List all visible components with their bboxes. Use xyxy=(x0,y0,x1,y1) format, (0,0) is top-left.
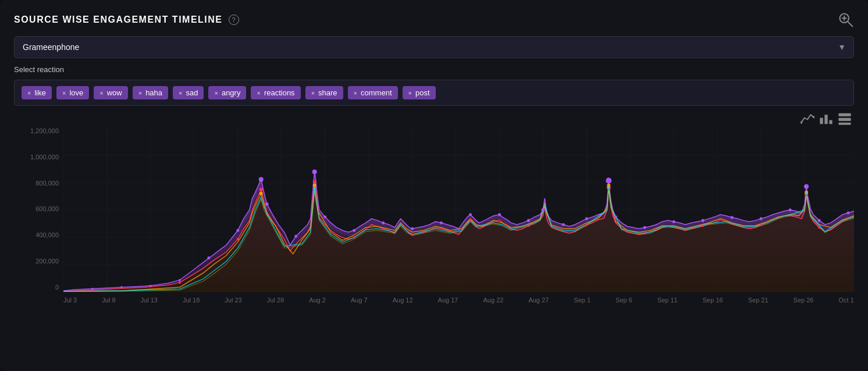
stack-icon[interactable] xyxy=(838,112,852,126)
tag-love[interactable]: × love xyxy=(56,86,89,99)
dropdown-wrapper: Grameenphone ▼ xyxy=(14,36,854,58)
x-label-sep11: Sep 11 xyxy=(657,297,678,304)
reaction-label: Select reaction xyxy=(14,65,854,74)
svg-rect-10 xyxy=(838,118,851,121)
x-label-jul23: Jul 23 xyxy=(225,297,241,304)
svg-point-87 xyxy=(643,232,646,234)
svg-point-89 xyxy=(760,223,762,226)
x-label-jul18: Jul 18 xyxy=(183,297,200,304)
svg-point-74 xyxy=(760,217,763,220)
y-label-200000: 200,000 xyxy=(35,258,59,265)
svg-point-77 xyxy=(847,212,850,215)
y-label-0: 0 xyxy=(55,284,59,291)
tag-reactions-close[interactable]: × xyxy=(257,90,260,97)
tag-sad-close[interactable]: × xyxy=(179,90,182,97)
x-label-aug7: Aug 7 xyxy=(351,297,368,304)
tag-post-label: post xyxy=(415,88,430,97)
y-label-800000: 800,000 xyxy=(35,180,59,187)
tag-post[interactable]: × post xyxy=(403,86,436,99)
svg-rect-8 xyxy=(829,120,832,124)
svg-point-58 xyxy=(323,216,326,219)
x-label-aug12: Aug 12 xyxy=(393,297,413,304)
tag-share-close[interactable]: × xyxy=(311,90,315,97)
y-axis: 1,200,000 1,000,000 800,000 600,000 400,… xyxy=(14,128,63,291)
x-label-sep21: Sep 21 xyxy=(748,297,769,304)
source-dropdown[interactable]: Grameenphone xyxy=(14,36,854,58)
x-label-jul28: Jul 28 xyxy=(267,297,284,304)
svg-point-54 xyxy=(207,256,210,259)
x-label-sep1: Sep 1 xyxy=(574,297,590,304)
tag-comment[interactable]: × comment xyxy=(348,86,398,99)
svg-point-62 xyxy=(440,222,443,224)
tag-comment-close[interactable]: × xyxy=(354,90,357,97)
svg-rect-6 xyxy=(820,118,823,124)
title-group: SOURCE WISE ENGAGEMENT TIMELINE ? xyxy=(14,15,239,25)
dropdown-row: Grameenphone ▼ xyxy=(14,36,854,58)
x-label-aug22: Aug 22 xyxy=(483,297,504,304)
svg-point-82 xyxy=(353,236,355,238)
tag-wow[interactable]: × wow xyxy=(94,86,127,99)
svg-point-83 xyxy=(411,233,414,236)
svg-chart xyxy=(63,128,854,292)
line-chart-icon[interactable] xyxy=(801,112,814,126)
svg-point-79 xyxy=(179,281,181,284)
svg-point-55 xyxy=(236,229,239,232)
tag-wow-close[interactable]: × xyxy=(99,90,103,97)
x-label-aug2: Aug 2 xyxy=(309,297,326,304)
svg-point-38 xyxy=(259,177,264,182)
tag-haha[interactable]: × haha xyxy=(133,86,168,99)
tag-love-label: love xyxy=(69,88,83,97)
svg-point-42 xyxy=(259,188,263,191)
svg-point-67 xyxy=(562,223,565,226)
x-label-oct1: Oct 1 xyxy=(839,297,854,304)
tag-love-close[interactable]: × xyxy=(62,90,66,97)
svg-point-71 xyxy=(673,220,675,223)
svg-point-56 xyxy=(265,202,269,206)
tag-sad[interactable]: × sad xyxy=(173,86,204,99)
x-label-sep26: Sep 26 xyxy=(794,297,814,304)
header-row: SOURCE WISE ENGAGEMENT TIMELINE ? xyxy=(14,12,854,28)
svg-point-63 xyxy=(469,213,472,216)
tag-haha-close[interactable]: × xyxy=(138,90,142,97)
tag-share[interactable]: × share xyxy=(305,86,343,99)
page-title: SOURCE WISE ENGAGEMENT TIMELINE xyxy=(14,15,223,25)
tag-like[interactable]: × like xyxy=(22,86,52,99)
chart-controls xyxy=(14,112,854,126)
svg-point-84 xyxy=(469,219,471,221)
svg-point-88 xyxy=(702,224,704,227)
chart-area: 1,200,000 1,000,000 800,000 600,000 400,… xyxy=(14,128,854,308)
svg-line-1 xyxy=(848,22,853,27)
svg-point-76 xyxy=(818,219,821,222)
tag-like-close[interactable]: × xyxy=(27,90,31,97)
svg-point-69 xyxy=(614,216,617,219)
y-label-1200000: 1,200,000 xyxy=(30,128,59,134)
tag-wow-label: wow xyxy=(107,88,122,97)
svg-point-75 xyxy=(789,208,792,211)
tag-comment-label: comment xyxy=(361,88,392,97)
zoom-icon[interactable] xyxy=(838,12,854,28)
tag-share-label: share xyxy=(318,88,337,97)
tag-post-close[interactable]: × xyxy=(408,90,412,97)
svg-point-47 xyxy=(313,184,316,187)
main-container: SOURCE WISE ENGAGEMENT TIMELINE ? Gramee… xyxy=(0,0,868,371)
x-label-jul8: Jul 8 xyxy=(102,297,115,304)
tag-reactions-label: reactions xyxy=(264,88,295,97)
svg-point-40 xyxy=(606,178,611,184)
svg-point-86 xyxy=(585,223,588,226)
x-axis: Jul 3 Jul 8 Jul 13 Jul 18 Jul 23 Jul 28 … xyxy=(63,292,854,308)
y-label-1000000: 1,000,000 xyxy=(30,154,59,160)
svg-point-70 xyxy=(643,226,646,229)
tag-angry-close[interactable]: × xyxy=(214,90,218,97)
help-icon[interactable]: ? xyxy=(229,15,239,25)
tag-reactions[interactable]: × reactions xyxy=(251,86,300,99)
svg-point-73 xyxy=(731,216,734,219)
tag-like-label: like xyxy=(34,88,46,97)
x-label-sep16: Sep 16 xyxy=(703,297,723,304)
bar-chart-icon[interactable] xyxy=(819,112,833,126)
svg-point-92 xyxy=(607,187,610,189)
x-label-jul3: Jul 3 xyxy=(63,297,77,304)
tag-angry[interactable]: × angry xyxy=(208,86,246,99)
x-label-aug17: Aug 17 xyxy=(438,297,458,304)
svg-point-90 xyxy=(818,226,820,229)
svg-point-39 xyxy=(312,170,317,174)
